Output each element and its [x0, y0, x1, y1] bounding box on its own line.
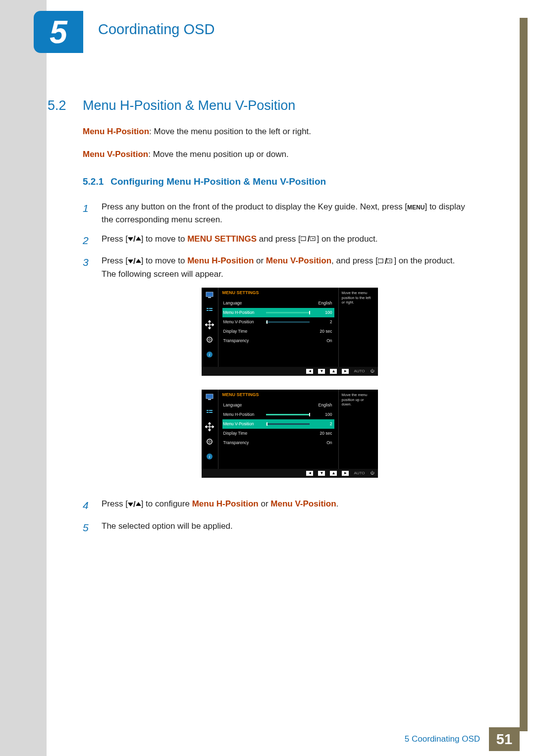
desc-v-label: Menu V-Position: [83, 150, 148, 159]
svg-rect-10: [207, 308, 209, 309]
nav-auto-label: AUTO: [354, 470, 365, 476]
step-2-number: 2: [83, 233, 92, 249]
nav-up-icon: ▲: [330, 369, 337, 374]
svg-rect-24: [207, 410, 209, 411]
nav-down-icon: ▼: [318, 471, 325, 476]
svg-rect-23: [208, 399, 211, 400]
osd-row-displaytime: Display Time20 sec: [222, 429, 334, 438]
osd-row-hpos: Menu H-Position100: [222, 410, 334, 419]
desc-v: Menu V-Position: Move the menu position …: [83, 148, 478, 161]
osd-row-displaytime: Display Time20 sec: [222, 327, 334, 336]
desc-h: Menu H-Position: Move the menu position …: [83, 125, 478, 138]
step-5: 5 The selected option will be applied.: [83, 520, 478, 536]
nav-down-icon: ▼: [318, 369, 325, 374]
chapter-number-block: 5: [34, 11, 83, 53]
nav-up-icon: ▲: [330, 471, 337, 476]
chapter-number: 5: [50, 14, 67, 50]
section-title: Menu H-Position & Menu V-Position: [83, 98, 295, 113]
svg-marker-0: [128, 237, 133, 241]
osd-panel: i MENU SETTINGS LanguageEnglish Menu H-P…: [202, 288, 378, 367]
subsection-number: 5.2.1: [83, 174, 104, 189]
step-4-body: Press [/] to configure Menu H-Position o…: [102, 498, 478, 514]
gear-icon: [205, 335, 214, 344]
svg-rect-25: [209, 410, 213, 411]
svg-point-19: [209, 339, 211, 341]
osd-heading: MENU SETTINGS: [222, 290, 334, 297]
step-1-number: 1: [83, 201, 92, 227]
power-icon: ⏻: [370, 470, 374, 476]
gear-icon: [205, 437, 214, 446]
footer-text: 5 Coordinating OSD: [396, 727, 489, 751]
step-1: 1 Press any button on the front of the p…: [83, 201, 478, 227]
down-up-triangles-icon: /: [128, 498, 141, 511]
svg-rect-12: [207, 310, 209, 311]
osd-row-language: LanguageEnglish: [222, 401, 334, 410]
nav-left-icon: ◄: [306, 369, 313, 374]
osd-help-box: Move the menu position up or down.: [338, 390, 378, 469]
osd-sidebar: i: [202, 390, 218, 469]
nav-right-icon: ►: [342, 369, 349, 374]
osd-panel: i MENU SETTINGS LanguageEnglish Menu H-P…: [202, 390, 378, 469]
desc-h-text: : Move the menu position to the left or …: [149, 127, 311, 136]
svg-marker-37: [136, 502, 141, 506]
svg-rect-13: [209, 310, 213, 311]
svg-marker-17: [213, 324, 214, 326]
right-brown-bar: [520, 41, 528, 731]
svg-marker-5: [136, 259, 141, 263]
section-number: 5.2: [48, 98, 66, 113]
monitor-icon: [205, 291, 214, 300]
step-3-body: Press [/] to move to Menu H-Position or …: [102, 254, 478, 492]
svg-rect-2: [301, 237, 306, 241]
osd-screen-h: i MENU SETTINGS LanguageEnglish Menu H-P…: [202, 288, 378, 376]
osd-main: MENU SETTINGS LanguageEnglish Menu H-Pos…: [218, 390, 338, 469]
svg-marker-4: [128, 259, 133, 263]
svg-rect-27: [209, 412, 213, 413]
osd-sidebar: i: [202, 288, 218, 367]
svg-marker-16: [205, 324, 207, 326]
down-up-triangles-icon: /: [128, 233, 141, 246]
step-5-number: 5: [83, 520, 92, 536]
info-icon: i: [205, 452, 214, 461]
page-header: Coordinating OSD: [83, 18, 520, 41]
nav-auto-label: AUTO: [354, 368, 365, 374]
nav-left-icon: ◄: [306, 471, 313, 476]
info-icon: i: [205, 350, 214, 359]
move-icon: [205, 422, 214, 431]
osd-row-vpos: Menu V-Position2: [222, 317, 334, 327]
step-2-body: Press [/] to move to MENU SETTINGS and p…: [102, 233, 478, 249]
step-4: 4 Press [/] to configure Menu H-Position…: [83, 498, 478, 514]
osd-row-hpos-selected: Menu H-Position100: [222, 308, 334, 317]
step-3: 3 Press [/] to move to Menu H-Position o…: [83, 254, 478, 492]
enter-icon: /: [301, 233, 317, 246]
osd-row-vpos-selected: Menu V-Position2: [222, 419, 334, 429]
subsection-heading: 5.2.1 Configuring Menu H-Position & Menu…: [83, 174, 478, 189]
step-3-number: 3: [83, 254, 92, 492]
osd-main: MENU SETTINGS LanguageEnglish Menu H-Pos…: [218, 288, 338, 367]
svg-marker-15: [209, 328, 211, 329]
steps-list: 1 Press any button on the front of the p…: [83, 201, 478, 536]
chapter-title: Coordinating OSD: [98, 21, 214, 38]
svg-rect-9: [208, 297, 211, 298]
menu-button-label: MENU: [407, 204, 425, 211]
left-margin-strip: [0, 0, 47, 756]
footer: 5 Coordinating OSD 51: [396, 727, 520, 751]
step-2: 2 Press [/] to move to MENU SETTINGS and…: [83, 233, 478, 249]
svg-rect-8: [206, 292, 213, 297]
osd-nav-bar: ◄ ▼ ▲ ► AUTO ⏻: [202, 469, 378, 478]
svg-marker-29: [209, 430, 211, 431]
list-icon: [205, 407, 214, 416]
osd-screen-v: i MENU SETTINGS LanguageEnglish Menu H-P…: [202, 390, 378, 478]
step-5-body: The selected option will be applied.: [102, 520, 478, 536]
desc-v-text: : Move the menu position up or down.: [148, 150, 289, 159]
subsection-title: Configuring Menu H-Position & Menu V-Pos…: [110, 174, 326, 189]
osd-row-transparency: TransparencyOn: [222, 336, 334, 346]
svg-marker-1: [136, 237, 141, 241]
monitor-icon: [205, 393, 214, 402]
osd-heading: MENU SETTINGS: [222, 392, 334, 399]
osd-nav-bar: ◄ ▼ ▲ ► AUTO ⏻: [202, 367, 378, 376]
svg-rect-22: [206, 394, 213, 399]
svg-marker-31: [213, 426, 214, 428]
down-up-triangles-icon: /: [128, 255, 141, 268]
osd-row-transparency: TransparencyOn: [222, 438, 334, 448]
osd-help-box: Move the menu position to the left or ri…: [338, 288, 378, 367]
